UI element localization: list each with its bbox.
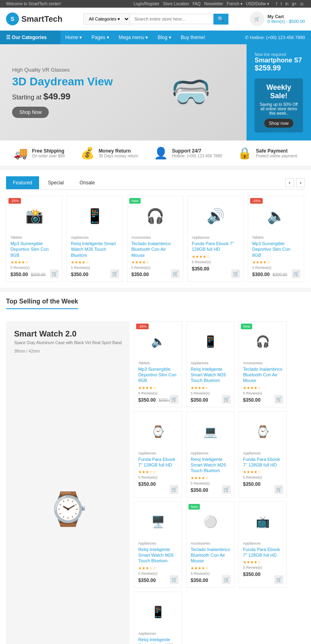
instagram-link[interactable]: ◎ [300, 2, 304, 6]
add-to-cart-button[interactable]: 🛒 [222, 485, 231, 494]
product-card: 📱 Appliances Reloj Inteligente Smart Wat… [186, 321, 234, 407]
product-name[interactable]: Mp3 Sumergible Deportivo Slim Con 8GB [138, 366, 178, 384]
product-stars: ★★★☆☆ [138, 566, 178, 570]
cart-icon: 🛒 [250, 12, 264, 26]
add-to-cart-button[interactable]: 🛒 [231, 269, 240, 278]
watch-size: 38mm / 42mm [14, 349, 122, 353]
product-category: Appliances [243, 541, 282, 545]
feature-support: 👤 Support 24/7 Hotline: (+00) 123 456 78… [154, 147, 222, 160]
add-to-cart-button[interactable]: 🛒 [170, 395, 178, 404]
section-title: Top Selling of the Week [6, 298, 78, 309]
add-to-cart-button[interactable]: 🛒 [171, 269, 180, 278]
product-name[interactable]: Reloj Inteligente Smart Watch M26 Touch … [71, 241, 118, 258]
nav-pages[interactable]: Pages ▾ [87, 31, 114, 44]
add-to-cart-button[interactable]: 🛒 [170, 485, 178, 494]
product-name[interactable]: Funda Para Ebook 7'' 128GB full HD [138, 456, 178, 468]
add-to-cart-button[interactable]: 🛒 [222, 395, 231, 404]
product-category: Tablets [138, 361, 178, 365]
add-to-cart-button[interactable]: 🛒 [222, 575, 231, 584]
add-to-cart-button[interactable]: 🛒 [274, 395, 283, 404]
product-name[interactable]: Funda Para Ebook 7'' 128GB full HD [243, 456, 282, 468]
product-name[interactable]: Funda Para Ebook 7'' 128GB full HD [192, 241, 239, 252]
product-image: 📸 [10, 200, 58, 232]
product-image: 📱 [71, 200, 118, 232]
currency-select[interactable]: USD/Dollar ▾ [246, 2, 270, 6]
store-location-link[interactable]: Store Location [163, 2, 189, 6]
product-image: 🎧 [131, 200, 179, 232]
linkedin-link[interactable]: in [285, 2, 288, 6]
product-name[interactable]: Mp3 Sumergible Deportivo Slim Con 8GB [252, 241, 300, 258]
product-name[interactable]: Reloj Inteligente Smart Watch M26 Touch … [138, 547, 178, 564]
tab-next-button[interactable]: › [296, 178, 305, 187]
add-to-cart-button[interactable]: 🛒 [50, 269, 59, 278]
product-category: Appliances [138, 451, 178, 455]
product-card: 📱 Appliances Reloj Inteligente Smart Wat… [134, 592, 182, 644]
tab-onsale[interactable]: Onsale [73, 176, 102, 189]
payment-text: Safe Payment Protect online payment [256, 148, 297, 158]
product-badge: New [129, 198, 141, 204]
faq-link[interactable]: FAQ [193, 2, 201, 6]
product-category: Appliances [191, 451, 230, 455]
logo[interactable]: S SmartTech [6, 12, 62, 25]
product-name[interactable]: Reloj Inteligente Smart Watch M26 Touch … [138, 637, 178, 644]
shipping-title: Free Shipping [32, 148, 64, 154]
product-image: 🔈 [252, 200, 300, 232]
hero-title: 3D Daydream View [12, 75, 123, 89]
product-name[interactable]: Teclado Inalambrico Bluetooth Con Air Mo… [191, 547, 230, 564]
product-name[interactable]: Mp3 Sumergible Deportivo Slim Con 8GB [10, 241, 58, 258]
add-to-cart-button[interactable]: 🛒 [274, 575, 283, 584]
featured-products-grid: -25% 📸 Tablets Mp3 Sumergible Deportivo … [6, 196, 305, 282]
sale-shop-now-button[interactable]: Shop now [264, 119, 294, 128]
featured-section: Featured Special Onsale ‹ › -25% 📸 Table… [0, 170, 311, 288]
nav-blog[interactable]: Blog ▾ [153, 31, 176, 44]
support-text: Support 24/7 Hotline: (+00) 123 456 7890 [172, 148, 222, 158]
feature-payment: 🔒 Safe Payment Protect online payment [238, 147, 297, 160]
category-dropdown[interactable]: All Categories ▾ [83, 13, 130, 25]
product-name[interactable]: Teclado Inalambrico Bluetooth Con Air Mo… [243, 366, 282, 384]
return-text: Money Return 30 Days money return [99, 148, 138, 158]
tab-featured[interactable]: Featured [6, 176, 39, 189]
language-select[interactable]: French ▾ [227, 2, 243, 6]
product-reviews: 5 Review(s) [243, 566, 282, 570]
hotline: ✆ Hotline: (+00) 123 456 7890 [239, 31, 311, 44]
hero-shop-now-button[interactable]: Shop Now [12, 107, 49, 118]
product-card: 💻 Appliances Reloj Inteligente Smart Wat… [186, 411, 234, 497]
product-image: 📱 [191, 326, 230, 358]
login-register-link[interactable]: Login/Register [133, 2, 159, 6]
categories-label: ☰ Our Categories [6, 35, 47, 40]
hero-right: New line required Smartphone S7 $259.99 … [247, 44, 311, 140]
search-input[interactable] [130, 14, 214, 24]
categories-button[interactable]: ☰ Our Categories [0, 31, 60, 44]
tab-prev-button[interactable]: ‹ [285, 178, 294, 187]
top-selling-grid: Smart Watch 2.0 Space Gray Aluminum Case… [6, 321, 305, 644]
cart-info[interactable]: My Cart 0 Item(s) - $500.00 [267, 14, 305, 24]
google-plus-link[interactable]: g+ [292, 2, 296, 6]
nav-mega-menu[interactable]: Mega menu ▾ [114, 31, 153, 44]
header: S SmartTech All Categories ▾ 🔍 🛒 My Cart… [0, 8, 311, 31]
nav-buy-theme[interactable]: Buy theme! [176, 31, 210, 44]
product-name[interactable]: Teclado Inalambrico Bluetooth Con Air Mo… [131, 241, 179, 258]
cart-count: 0 Item(s) - $500.00 [267, 19, 305, 24]
sale-text: Saving up to 50% Off all online store it… [259, 102, 298, 116]
search-button[interactable]: 🔍 [214, 14, 228, 25]
nav-home[interactable]: Home ▾ [60, 31, 87, 44]
hero-phone-info: New line required Smartphone S7 $259.99 [255, 52, 303, 72]
main-nav: ☰ Our Categories Home ▾ Pages ▾ Mega men… [0, 31, 311, 44]
newsletter-link[interactable]: Newsletter [204, 2, 223, 6]
add-to-cart-button[interactable]: 🛒 [292, 269, 301, 278]
product-name[interactable]: Funda Para Ebook 7'' 128GB full HD [243, 547, 282, 558]
product-badge: New [189, 504, 200, 510]
product-category: Accessories [131, 235, 179, 239]
add-to-cart-button[interactable]: 🛒 [110, 269, 119, 278]
tab-special[interactable]: Special [41, 176, 70, 189]
product-reviews: 5 Review(s) [243, 475, 282, 479]
product-name[interactable]: Reloj Inteligente Smart Watch M26 Touch … [191, 366, 230, 384]
watch-name: Smart Watch 2.0 [14, 329, 122, 339]
add-to-cart-button[interactable]: 🛒 [274, 485, 283, 494]
product-stars: ★★★★☆ [243, 560, 282, 564]
product-image: 📱 [138, 596, 178, 628]
add-to-cart-button[interactable]: 🛒 [170, 575, 178, 584]
facebook-link[interactable]: f [276, 2, 277, 6]
twitter-link[interactable]: t [281, 2, 282, 6]
product-name[interactable]: Reloj Inteligente Smart Watch M26 Touch … [191, 456, 230, 474]
